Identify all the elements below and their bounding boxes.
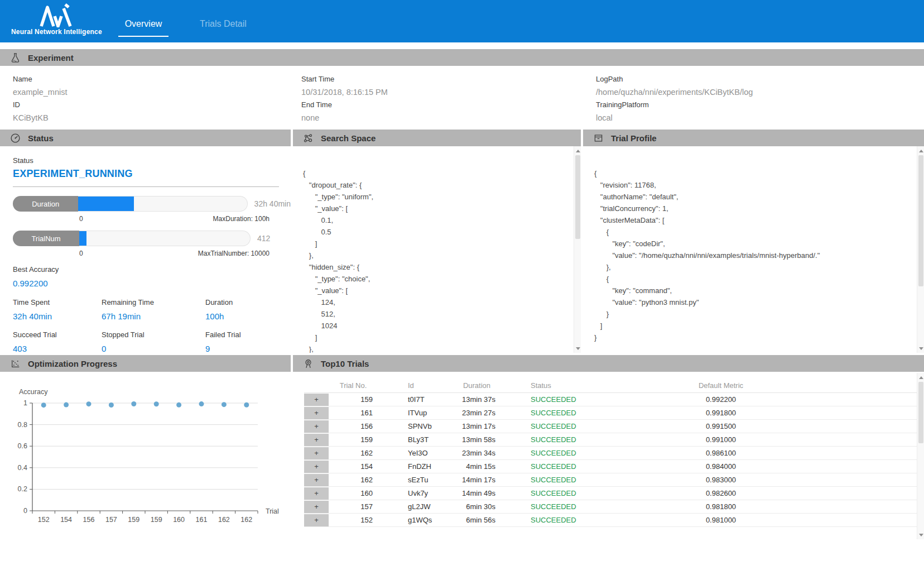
name-value: example_mnist bbox=[13, 85, 68, 98]
scroll-thumb[interactable] bbox=[918, 155, 923, 286]
start-time-label: Start Time bbox=[301, 73, 388, 85]
scatter-point[interactable] bbox=[109, 402, 114, 408]
trialnum-progress-track bbox=[79, 231, 251, 246]
tab-overview[interactable]: Overview bbox=[118, 19, 169, 37]
scatter-point[interactable] bbox=[244, 402, 249, 408]
experiment-info: Name example_mnist ID KCiBytKB Start Tim… bbox=[0, 66, 924, 130]
search-space-scrollbar[interactable] bbox=[574, 146, 581, 353]
platform-value: local bbox=[596, 111, 753, 124]
expand-row-button[interactable]: + bbox=[304, 474, 329, 486]
trial-row: +156SPNVb13min 17sSUCCEEDED0.991500 bbox=[304, 420, 924, 433]
experiment-col-1: Name example_mnist ID KCiBytKB bbox=[13, 73, 68, 124]
trial-duration: 4min 15s bbox=[456, 462, 498, 471]
trial-duration: 14min 17s bbox=[456, 476, 498, 484]
trial-profile-json: { "revision": 11768, "authorName": "defa… bbox=[594, 167, 924, 343]
top10-scrollbar[interactable] bbox=[917, 373, 924, 539]
chart-x-axis-label: Trial bbox=[266, 507, 279, 515]
scroll-up-button[interactable] bbox=[574, 147, 581, 155]
scroll-thumb[interactable] bbox=[918, 382, 923, 443]
y-tick-label: 0.2 bbox=[18, 485, 27, 493]
metric-succeed-trial: Succeed Trial 403 bbox=[13, 330, 102, 353]
scatter-point[interactable] bbox=[199, 401, 204, 406]
json-line: }, bbox=[303, 250, 581, 261]
expand-row-button[interactable]: + bbox=[304, 407, 329, 419]
expand-row-button[interactable]: + bbox=[304, 501, 329, 513]
scatter-point[interactable] bbox=[131, 401, 136, 406]
duration-header: Duration bbox=[456, 381, 498, 390]
x-tick-label: 157 bbox=[105, 516, 117, 524]
x-tick-label: 159 bbox=[151, 516, 162, 524]
trial-no: 159 bbox=[329, 435, 378, 444]
trial-duration: 23min 34s bbox=[456, 449, 498, 457]
medal-icon bbox=[303, 358, 314, 369]
trialnum-progress-fill bbox=[79, 231, 86, 246]
expand-row-button[interactable]: + bbox=[304, 394, 329, 406]
trialnum-progress-value: 412 bbox=[257, 234, 270, 243]
expand-row-button[interactable]: + bbox=[304, 487, 329, 500]
scatter-point[interactable] bbox=[154, 401, 159, 406]
trial-metric: 0.991000 bbox=[626, 435, 816, 444]
search-space-icon bbox=[303, 133, 314, 143]
tab-trials-detail[interactable]: Trials Detail bbox=[194, 19, 252, 37]
scatter-point[interactable] bbox=[41, 402, 46, 408]
id-label: ID bbox=[13, 98, 68, 111]
expand-row-button[interactable]: + bbox=[304, 420, 329, 433]
expand-cell: + bbox=[304, 474, 329, 486]
trial-row: +160Uvk7y14min 49sSUCCEEDED0.982600 bbox=[304, 487, 924, 500]
duration-min: 0 bbox=[79, 215, 83, 223]
logpath-label: LogPath bbox=[596, 73, 753, 85]
json-line: "key": "codeDir", bbox=[594, 238, 924, 250]
x-tick-label: 162 bbox=[240, 516, 252, 524]
trial-id: SPNVb bbox=[378, 422, 456, 430]
json-line: { bbox=[594, 226, 924, 238]
x-tick-label: 154 bbox=[60, 516, 72, 524]
expand-cell: + bbox=[304, 461, 329, 473]
scroll-up-button[interactable] bbox=[917, 373, 924, 381]
expand-row-button[interactable]: + bbox=[304, 447, 329, 459]
trialnum-min: 0 bbox=[79, 250, 83, 257]
end-time-value: none bbox=[301, 111, 388, 124]
search-space-panel: { "dropout_rate": { "_type": "uniform", … bbox=[293, 146, 581, 353]
optimization-title: Optimization Progress bbox=[28, 359, 117, 368]
trials-table-body: +159t0I7T13min 37sSUCCEEDED0.992200+161I… bbox=[304, 393, 924, 527]
scatter-point[interactable] bbox=[176, 402, 181, 408]
trial-status: SUCCEEDED bbox=[498, 489, 626, 497]
scroll-up-button[interactable] bbox=[917, 147, 924, 155]
trial-no: 154 bbox=[329, 462, 378, 471]
expand-row-button[interactable]: + bbox=[304, 434, 329, 446]
y-tick-label: 0.6 bbox=[18, 442, 27, 450]
optimization-chart[interactable]: Accuracy00.20.40.60.81152154156157159159… bbox=[0, 372, 291, 575]
trial-row: +162YeI3O23min 34sSUCCEEDED0.986100 bbox=[304, 447, 924, 460]
scroll-down-button[interactable] bbox=[917, 344, 924, 352]
scroll-thumb[interactable] bbox=[575, 155, 580, 239]
status-label: Status bbox=[13, 156, 291, 165]
json-line: 0.1, bbox=[303, 214, 581, 226]
scroll-down-button[interactable] bbox=[917, 531, 924, 539]
duration-progress-range: 0 MaxDuration: 100h bbox=[79, 215, 270, 223]
scroll-down-button[interactable] bbox=[574, 344, 581, 352]
scatter-point[interactable] bbox=[64, 402, 69, 408]
trial-row: +159BLy3T13min 58sSUCCEEDED0.991000 bbox=[304, 433, 924, 447]
json-line: "dropout_rate": { bbox=[303, 179, 581, 191]
expand-cell: + bbox=[304, 434, 329, 446]
trial-id: g1WQs bbox=[378, 516, 456, 524]
trial-no: 161 bbox=[329, 409, 378, 417]
trial-row: +157gL2JW6min 30sSUCCEEDED0.981800 bbox=[304, 500, 924, 514]
scatter-point[interactable] bbox=[86, 401, 92, 406]
triangle-down-icon bbox=[576, 347, 580, 350]
json-line: }, bbox=[303, 343, 581, 353]
json-line: } bbox=[594, 332, 924, 343]
optimization-section-header: Optimization Progress bbox=[0, 355, 291, 372]
trial-profile-scrollbar[interactable] bbox=[917, 146, 924, 353]
expand-row-button[interactable]: + bbox=[304, 514, 329, 526]
expand-row-button[interactable]: + bbox=[304, 461, 329, 473]
expand-cell: + bbox=[304, 501, 329, 513]
trial-duration: 14min 49s bbox=[456, 489, 498, 497]
triangle-up-icon bbox=[919, 376, 923, 379]
trial-id: BLy3T bbox=[378, 435, 456, 444]
json-line: 124, bbox=[303, 296, 581, 308]
metric-failed-trial: Failed Trial 9 bbox=[205, 330, 291, 353]
y-tick-label: 1 bbox=[23, 399, 27, 407]
trial-duration: 13min 37s bbox=[456, 395, 498, 404]
scatter-point[interactable] bbox=[222, 402, 227, 407]
